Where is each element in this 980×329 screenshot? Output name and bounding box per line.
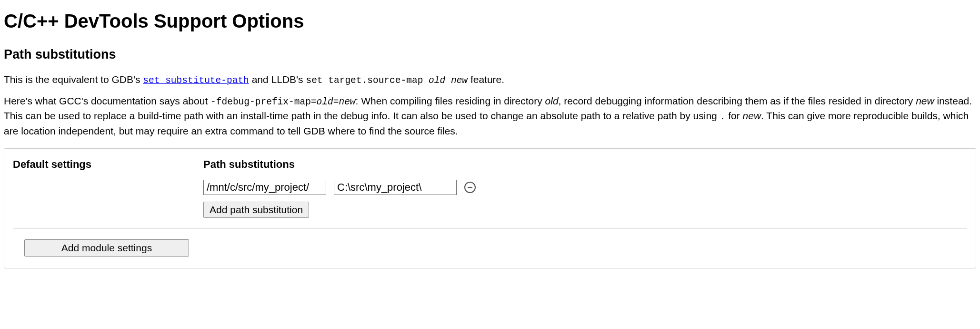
text: and LLDB's	[249, 74, 306, 85]
text: This is the equivalent to GDB's	[4, 74, 143, 85]
italic-old: old	[545, 95, 559, 106]
text: Here's what GCC's documentation says abo…	[4, 95, 210, 106]
page-title: C/C++ DevTools Support Options	[4, 8, 976, 34]
default-settings-label: Default settings	[13, 157, 203, 172]
path-from-input[interactable]	[203, 180, 326, 195]
remove-icon[interactable]	[464, 182, 476, 193]
section-title: Path substitutions	[4, 46, 976, 64]
text: , record debugging information describin…	[559, 95, 916, 106]
set-substitute-path-link[interactable]: set substitute-path	[143, 75, 249, 86]
code-text: -fdebug-prefix-map=old=new	[210, 97, 356, 107]
path-to-input[interactable]	[334, 180, 457, 195]
italic-new-2: new	[743, 110, 761, 121]
path-substitution-row	[203, 180, 967, 195]
path-substitutions-label: Path substitutions	[203, 157, 967, 172]
italic-new: new	[916, 95, 934, 106]
divider	[13, 228, 967, 229]
code-text: set target.source-map old new	[306, 75, 468, 86]
text: feature.	[468, 74, 504, 85]
description-paragraph-2: Here's what GCC's documentation says abo…	[4, 94, 976, 138]
settings-panel: Default settings Path substitutions Add …	[4, 148, 976, 268]
text: : When compiling files residing in direc…	[356, 95, 545, 106]
description-paragraph-1: This is the equivalent to GDB's set subs…	[4, 72, 976, 87]
text: for	[725, 110, 742, 121]
code-dot: .	[720, 112, 726, 122]
add-path-substitution-button[interactable]: Add path substitution	[203, 202, 309, 218]
add-module-settings-button[interactable]: Add module settings	[24, 239, 189, 257]
